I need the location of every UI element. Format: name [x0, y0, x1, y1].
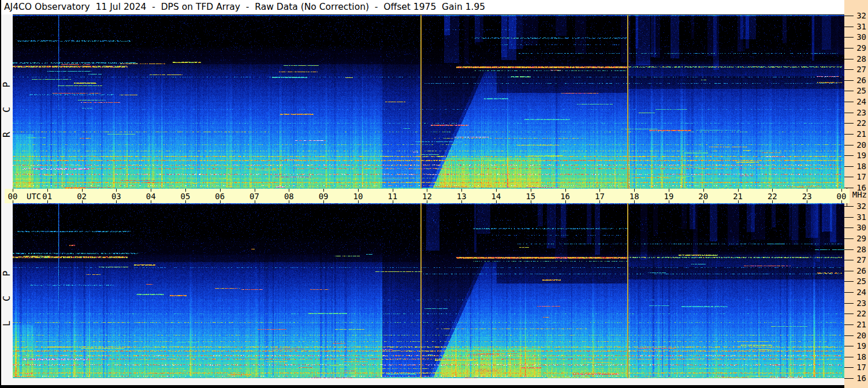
time-tick-label: 11 — [382, 192, 403, 200]
freq-tick — [844, 249, 854, 250]
freq-tick-label: 29 — [856, 43, 866, 53]
freq-tick-label: 24 — [856, 97, 866, 106]
freq-tick-label: 23 — [856, 108, 866, 117]
freq-tick-label: 20 — [856, 331, 866, 340]
time-tick-label: 15 — [520, 192, 541, 200]
freq-tick-label: 22 — [856, 118, 866, 128]
rcp-panel-label: R C P — [1, 68, 13, 137]
freq-tick — [844, 177, 854, 177]
freq-tick-label: 28 — [856, 54, 866, 64]
freq-tick-label: 20 — [856, 140, 866, 150]
freq-tick-label: 26 — [856, 266, 866, 275]
freq-tick — [844, 260, 854, 260]
freq-tick-label: 30 — [856, 223, 866, 232]
time-tick-label: 04 — [140, 192, 161, 200]
freq-tick-label: 27 — [856, 255, 866, 264]
freq-tick-label: 21 — [856, 320, 866, 329]
time-tick-label: 10 — [348, 192, 368, 200]
utc-unit-label: UTC — [27, 192, 41, 200]
freq-tick — [844, 227, 854, 228]
freq-tick — [844, 113, 854, 113]
time-tick-label: 12 — [416, 192, 437, 200]
lcp-panel-label: L C P — [1, 257, 13, 326]
freq-tick — [844, 69, 854, 70]
time-tick-label: 00 — [831, 192, 852, 200]
freq-tick-label: 19 — [856, 151, 866, 160]
freq-tick-label: 16 — [856, 374, 866, 383]
freq-tick-label: 17 — [856, 172, 866, 181]
freq-tick-label: 25 — [856, 277, 866, 286]
freq-tick — [844, 166, 854, 167]
time-tick-label: 14 — [486, 192, 506, 200]
freq-tick — [844, 37, 854, 38]
freq-tick — [844, 145, 854, 146]
freq-tick-label: 27 — [856, 65, 866, 74]
freq-tick — [844, 324, 854, 325]
time-tick-label: 18 — [624, 192, 645, 200]
freq-tick-label: 29 — [856, 234, 866, 243]
freq-tick-label: 28 — [856, 245, 866, 254]
freq-tick — [844, 335, 854, 336]
freq-tick — [844, 367, 854, 368]
freq-tick — [844, 303, 854, 304]
mhz-unit-label: MHz — [852, 191, 867, 199]
time-tick-label: 07 — [244, 192, 265, 200]
freq-tick — [844, 357, 854, 357]
freq-tick-label: 22 — [856, 309, 866, 318]
time-tick-label: 06 — [210, 192, 230, 200]
freq-tick — [844, 206, 854, 207]
rcp-spectrogram — [13, 15, 844, 189]
time-tick-label: 02 — [72, 192, 92, 200]
freq-tick — [844, 48, 854, 48]
freq-tick — [844, 217, 854, 218]
freq-tick-label: 18 — [856, 352, 866, 361]
time-tick-label: 03 — [106, 192, 126, 200]
time-tick-label: 22 — [762, 192, 783, 200]
freq-tick-label: 31 — [856, 22, 866, 31]
time-tick-label: 09 — [313, 192, 334, 200]
freq-tick — [844, 134, 854, 135]
freq-tick — [844, 91, 854, 91]
title-bar: AJ4CO Observatory 11 Jul 2024 - DPS on T… — [1, 0, 844, 14]
time-tick-label: 20 — [693, 192, 714, 200]
time-tick-label: 19 — [658, 192, 679, 200]
freq-tick — [844, 238, 854, 239]
freq-tick-label: 18 — [856, 162, 866, 171]
time-tick-label: 17 — [589, 192, 610, 200]
bottom-margin — [1, 378, 844, 385]
freq-tick — [844, 123, 854, 124]
freq-tick-label: 31 — [856, 212, 866, 222]
time-tick-label: 05 — [175, 192, 196, 200]
freq-tick — [844, 155, 854, 156]
freq-tick — [844, 281, 854, 282]
freq-tick-label: 24 — [856, 288, 866, 297]
freq-tick-label: 21 — [856, 129, 866, 139]
freq-tick-label: 32 — [856, 11, 866, 20]
freq-tick — [844, 378, 854, 379]
freq-tick — [844, 292, 854, 293]
freq-tick-label: 25 — [856, 86, 866, 95]
time-tick-label: 13 — [451, 192, 472, 200]
freq-tick — [844, 314, 854, 314]
freq-tick — [844, 27, 854, 27]
freq-tick-label: 30 — [856, 32, 866, 42]
time-tick-label: 00 — [2, 192, 23, 200]
freq-tick-label: 19 — [856, 341, 866, 350]
freq-tick-label: 32 — [856, 202, 866, 211]
time-tick-label: 08 — [278, 192, 299, 200]
title-text: AJ4CO Observatory 11 Jul 2024 - DPS on T… — [4, 2, 485, 12]
freq-tick — [844, 16, 854, 16]
freq-tick-label: 23 — [856, 299, 866, 308]
freq-tick-label: 26 — [856, 76, 866, 85]
time-tick-label: 23 — [796, 192, 817, 200]
freq-tick — [844, 271, 854, 271]
freq-tick — [844, 102, 854, 102]
freq-tick — [844, 59, 854, 59]
freq-tick — [844, 188, 854, 188]
dps-spectrogram-window: AJ4CO Observatory 11 Jul 2024 - DPS on T… — [0, 0, 868, 388]
freq-tick — [844, 346, 854, 346]
time-tick-label: 21 — [728, 192, 748, 200]
time-tick-label: 16 — [555, 192, 576, 200]
time-axis: 0001020304050607080910111213141516171819… — [5, 189, 850, 203]
lcp-spectrogram — [13, 203, 844, 378]
